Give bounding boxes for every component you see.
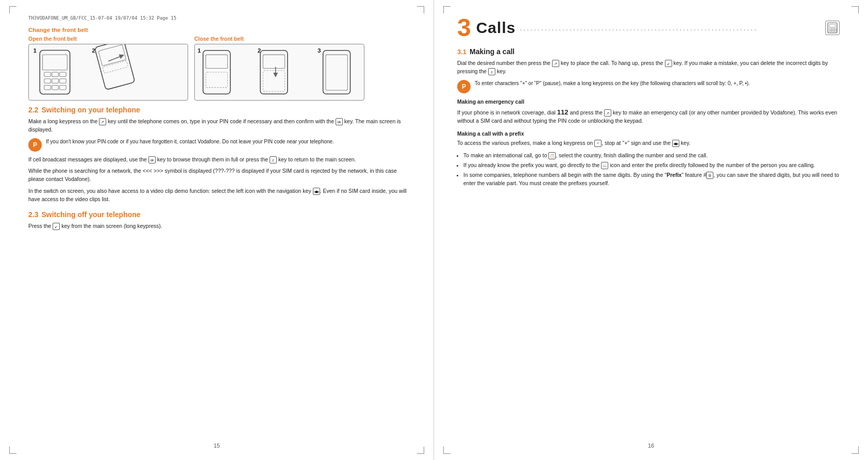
chapter-icon	[825, 21, 840, 35]
emergency-label: Making an emergency call	[457, 98, 840, 105]
prefix-intro: To access the various prefixes, make a l…	[457, 139, 840, 147]
svg-text:2: 2	[92, 47, 95, 54]
info-box-22: P If you don't know your PIN code or if …	[28, 138, 410, 152]
bullet-company-prefix: In some companies, telephone numbers all…	[463, 171, 840, 188]
image-open-belt: 1 2	[28, 44, 188, 101]
bullet-known-prefix: If you already know the prefix you want,…	[463, 161, 840, 169]
page-header-left: TH3VODAFONE_UM_GB/FCC_15-07-04 19/07/04 …	[28, 15, 410, 21]
label-close: Close the front belt	[194, 36, 364, 42]
book-icon: 📖	[601, 162, 608, 169]
svg-rect-34	[834, 30, 837, 32]
svg-rect-2	[43, 55, 68, 70]
svg-rect-28	[829, 24, 836, 27]
emergency-num: 112	[557, 108, 569, 116]
section-23-para1: Press the ↙ key from the main screen (lo…	[28, 222, 410, 231]
section-31-num: 3.1	[457, 48, 466, 56]
chapter-heading: 3 Calls ................................…	[457, 15, 840, 40]
prefix-bullets: To make an international call, go to 📋, …	[457, 151, 840, 188]
star-icon: *	[594, 140, 602, 147]
section-22-heading: 2.2 Switching on your telephone	[28, 106, 410, 114]
emergency-para: If your phone is in network coverage, di…	[457, 107, 840, 125]
image-close-belt: 1 2	[194, 44, 364, 101]
page-number-left: 15	[213, 442, 220, 449]
svg-rect-7	[52, 79, 59, 83]
svg-rect-31	[834, 28, 837, 30]
right-page: 3 Calls ................................…	[434, 0, 868, 460]
info-box-31: P To enter characters "+" or "P" (pause)…	[457, 80, 840, 93]
svg-rect-10	[52, 85, 59, 89]
ok-key-icon: ok	[336, 118, 343, 125]
page-number-right: 16	[648, 442, 654, 449]
chapter-num: 3	[457, 15, 471, 40]
section-23-heading: 2.3 Switching off your telephone	[28, 210, 410, 219]
svg-rect-33	[832, 30, 834, 32]
section-22-para4: In the switch on screen, you also have a…	[28, 187, 410, 204]
section-22-para1: Make a long keypress on the ↗ key until …	[28, 118, 410, 134]
del-icon: c	[488, 68, 495, 75]
section-23-title: Switching off your telephone	[41, 210, 140, 219]
nav-icon-r: ◀▶	[672, 140, 679, 147]
svg-rect-5	[59, 72, 66, 76]
call-icon-right: ↗	[552, 60, 559, 67]
svg-rect-26	[326, 55, 347, 90]
section-22-para3: While the phone is searching for a netwo…	[28, 167, 410, 184]
svg-text:1: 1	[197, 47, 201, 54]
left-page: TH3VODAFONE_UM_GB/FCC_15-07-04 19/07/04 …	[0, 0, 434, 460]
svg-rect-23	[263, 71, 285, 91]
svg-rect-6	[44, 79, 51, 83]
svg-rect-3	[44, 72, 51, 76]
section-change-belt-label: Change the front belt	[28, 27, 410, 33]
info-icon-31: P	[457, 80, 471, 93]
svg-text:1: 1	[33, 47, 37, 54]
svg-rect-19	[206, 72, 227, 88]
nav-key-icon: ◀▶	[313, 188, 320, 195]
chapter-dots: ........................................…	[520, 24, 821, 32]
section-23-num: 2.3	[28, 210, 38, 219]
hash-icon: ⚙	[706, 172, 713, 179]
info-text-22: If you don't know your PIN code or if yo…	[46, 138, 334, 146]
svg-rect-13	[94, 44, 135, 90]
section-31-heading: 3.1 Making a call	[457, 47, 840, 56]
bullet-international: To make an international call, go to 📋, …	[463, 151, 840, 159]
section-31-title: Making a call	[470, 47, 514, 56]
section-22-para2: If cell broadcast messages are displayed…	[28, 156, 410, 164]
call-icon-emerg: ↗	[604, 109, 611, 117]
svg-rect-14	[98, 45, 126, 66]
svg-rect-29	[829, 28, 831, 30]
label-open: Open the front belt	[28, 36, 188, 42]
svg-rect-32	[829, 30, 831, 32]
end-key-icon: ↙	[53, 223, 60, 230]
call-key-icon: ↗	[99, 118, 106, 125]
svg-text:3: 3	[318, 47, 321, 54]
svg-rect-21	[260, 51, 288, 94]
svg-rect-11	[59, 85, 66, 89]
info-text-31: To enter characters "+" or "P" (pause), …	[475, 80, 750, 88]
contacts-icon: 📋	[548, 152, 556, 159]
section-22-num: 2.2	[28, 106, 38, 114]
svg-rect-30	[832, 28, 834, 30]
svg-rect-8	[59, 79, 66, 83]
section-31-para1: Dial the desired number then press the ↗…	[457, 59, 840, 76]
chapter-title: Calls	[476, 19, 516, 37]
svg-rect-18	[206, 55, 227, 68]
svg-rect-25	[323, 51, 350, 94]
ok-key-icon2: ok	[148, 156, 156, 163]
svg-rect-9	[44, 85, 51, 89]
prefix-label: Making a call with a prefix	[457, 130, 840, 137]
c-key-icon: c	[270, 156, 277, 163]
end-icon-right: ↙	[665, 60, 672, 67]
svg-rect-22	[263, 55, 285, 68]
info-icon-22: P	[28, 138, 42, 152]
section-22-title: Switching on your telephone	[41, 106, 140, 114]
svg-rect-4	[52, 72, 59, 76]
